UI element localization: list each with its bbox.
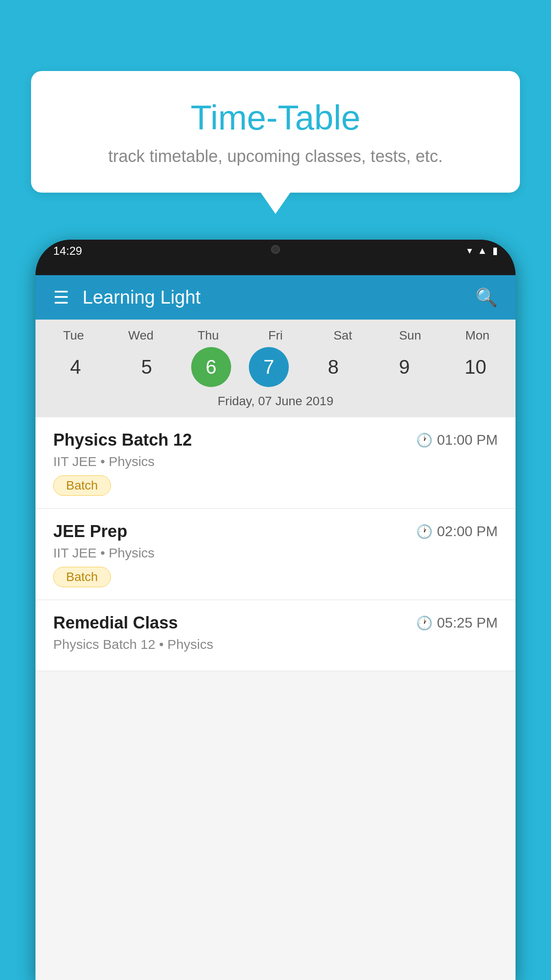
bubble-title: Time-Table: [49, 98, 502, 138]
calendar-day-number[interactable]: 10: [449, 347, 502, 387]
day-numbers: 45678910: [40, 347, 511, 387]
schedule-item-time: 🕐 05:25 PM: [416, 615, 498, 631]
schedule-item[interactable]: JEE Prep 🕐 02:00 PM IIT JEE • Physics Ba…: [35, 509, 516, 600]
calendar-day-header: Tue: [47, 328, 100, 343]
signal-icon: ▲: [477, 245, 487, 257]
status-icons: ▾ ▲ ▮: [467, 245, 498, 257]
app-header: ☰ Learning Light 🔍: [35, 275, 516, 320]
speech-bubble-container: Time-Table track timetable, upcoming cla…: [31, 71, 520, 193]
status-time: 14:29: [53, 244, 82, 258]
camera-dot: [271, 245, 280, 254]
calendar-day-number[interactable]: 4: [49, 347, 102, 387]
selected-date-label: Friday, 07 June 2019: [40, 394, 511, 413]
schedule-item-header: Physics Batch 12 🕐 01:00 PM: [53, 431, 498, 450]
calendar-day-number[interactable]: 7: [249, 347, 289, 387]
wifi-icon: ▾: [467, 245, 472, 257]
calendar-day-number[interactable]: 5: [120, 347, 173, 387]
clock-icon: 🕐: [416, 615, 433, 631]
schedule-item-title: JEE Prep: [53, 522, 127, 541]
search-icon[interactable]: 🔍: [476, 287, 498, 308]
notch: [249, 240, 302, 259]
battery-icon: ▮: [492, 245, 498, 257]
app-screen: ☰ Learning Light 🔍 TueWedThuFriSatSunMon…: [35, 275, 516, 980]
clock-icon: 🕐: [416, 432, 433, 448]
schedule-item-title: Remedial Class: [53, 613, 178, 632]
schedule-item-header: JEE Prep 🕐 02:00 PM: [53, 522, 498, 541]
schedule-item-subtitle: IIT JEE • Physics: [53, 545, 498, 561]
bubble-subtitle: track timetable, upcoming classes, tests…: [49, 147, 502, 166]
schedule-item[interactable]: Remedial Class 🕐 05:25 PM Physics Batch …: [35, 600, 516, 671]
schedule-item-time: 🕐 01:00 PM: [416, 432, 498, 448]
speech-bubble: Time-Table track timetable, upcoming cla…: [31, 71, 520, 193]
calendar-strip: TueWedThuFriSatSunMon 45678910 Friday, 0…: [35, 320, 516, 417]
phone-bezel-top: 14:29 ▾ ▲ ▮: [35, 240, 516, 275]
calendar-day-header: Sun: [383, 328, 437, 343]
schedule-item-subtitle: Physics Batch 12 • Physics: [53, 637, 498, 652]
calendar-day-header: Thu: [181, 328, 235, 343]
schedule-item-header: Remedial Class 🕐 05:25 PM: [53, 613, 498, 632]
batch-badge: Batch: [53, 475, 111, 496]
hamburger-menu-icon[interactable]: ☰: [53, 287, 69, 308]
phone-inner: 14:29 ▾ ▲ ▮ ☰ Learning Light 🔍: [35, 240, 516, 980]
calendar-day-header: Sat: [316, 328, 370, 343]
calendar-day-number[interactable]: 8: [307, 347, 360, 387]
clock-icon: 🕐: [416, 524, 433, 539]
calendar-day-number[interactable]: 9: [378, 347, 431, 387]
day-headers: TueWedThuFriSatSunMon: [40, 328, 511, 343]
schedule-item-title: Physics Batch 12: [53, 431, 192, 450]
phone-mockup: 14:29 ▾ ▲ ▮ ☰ Learning Light 🔍: [35, 240, 516, 980]
calendar-day-header: Fri: [249, 328, 302, 343]
schedule-list: Physics Batch 12 🕐 01:00 PM IIT JEE • Ph…: [35, 417, 516, 671]
schedule-item-subtitle: IIT JEE • Physics: [53, 454, 498, 469]
calendar-day-header: Mon: [451, 328, 504, 343]
schedule-item[interactable]: Physics Batch 12 🕐 01:00 PM IIT JEE • Ph…: [35, 417, 516, 509]
calendar-day-header: Wed: [114, 328, 168, 343]
schedule-item-time: 🕐 02:00 PM: [416, 523, 498, 540]
batch-badge: Batch: [53, 567, 111, 587]
calendar-day-number[interactable]: 6: [191, 347, 231, 387]
app-title: Learning Light: [83, 287, 476, 308]
